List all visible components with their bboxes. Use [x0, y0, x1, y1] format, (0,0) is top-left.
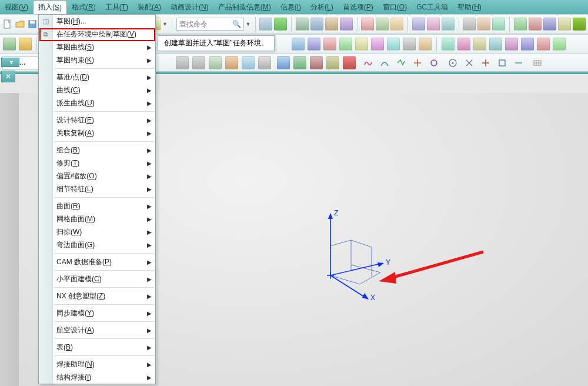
menu-装配[interactable]: 装配(A): [133, 0, 166, 14]
menu-item[interactable]: 焊接助理(N)▶: [39, 358, 155, 371]
command-search[interactable]: 🔍: [176, 18, 244, 31]
tb2-icon[interactable]: [370, 37, 385, 51]
tb2-icon[interactable]: [307, 37, 321, 51]
new-icon[interactable]: [2, 17, 13, 31]
tb-icon[interactable]: [477, 17, 490, 31]
menu-item[interactable]: 扫掠(W)▶: [39, 225, 155, 238]
tb-icon[interactable]: [376, 17, 389, 31]
menu-item[interactable]: 设计特征(E)▶: [39, 114, 155, 127]
tb3-icon[interactable]: [462, 56, 476, 70]
tb3-icon[interactable]: [241, 56, 255, 70]
tb3-icon[interactable]: [410, 56, 425, 70]
menu-item[interactable]: 偏置/缩放(O)▶: [39, 169, 155, 182]
tb3-icon[interactable]: [427, 56, 441, 70]
tb-icon[interactable]: [514, 17, 527, 31]
tb-icon[interactable]: [427, 17, 440, 31]
menu-item[interactable]: 关联复制(A)▶: [39, 127, 155, 139]
tb-icon[interactable]: [529, 17, 542, 31]
close-button[interactable]: ✕: [1, 71, 15, 82]
tb2-icon[interactable]: [386, 37, 400, 51]
tb3-icon[interactable]: [208, 56, 222, 70]
tb-icon[interactable]: [259, 17, 272, 31]
tb2-icon[interactable]: [291, 37, 305, 51]
tb3-icon[interactable]: [377, 56, 392, 70]
tb-icon[interactable]: [296, 17, 309, 31]
menu-产品制造信息[interactable]: 产品制造信息(M): [213, 0, 276, 14]
menu-item[interactable]: 同步建模(Y)▶: [39, 307, 155, 320]
tb3-icon[interactable]: [326, 56, 340, 70]
tb-icon[interactable]: [340, 17, 353, 31]
menu-item[interactable]: NX 创意塑型(Z)▶: [39, 290, 155, 302]
menu-工具[interactable]: 工具(T): [101, 0, 133, 14]
tb-icon[interactable]: [543, 17, 556, 31]
open-icon[interactable]: [15, 17, 25, 31]
menu-格式[interactable]: 格式(R): [67, 0, 101, 14]
tb3-icon[interactable]: [530, 56, 544, 70]
tb3-icon[interactable]: [342, 56, 356, 70]
tb2-icon[interactable]: [505, 37, 519, 51]
menu-窗口[interactable]: 窗口(O): [378, 0, 412, 14]
tb-icon[interactable]: [573, 17, 586, 31]
tb2-icon[interactable]: [355, 37, 369, 51]
menu-item[interactable]: 弯边曲面(G)▶: [39, 238, 155, 251]
tb2-icon[interactable]: [18, 37, 32, 51]
save-icon[interactable]: [27, 17, 38, 31]
tb-icon[interactable]: [361, 17, 374, 31]
tb3-icon[interactable]: [495, 56, 509, 70]
tb2-icon[interactable]: [457, 37, 471, 51]
menu-GC工具箱[interactable]: GC工具箱: [412, 0, 453, 14]
tb3-icon[interactable]: [512, 56, 526, 70]
tb2-icon[interactable]: [2, 37, 16, 51]
tb3-icon[interactable]: [479, 56, 493, 70]
tb2-icon[interactable]: [536, 37, 550, 51]
menu-item[interactable]: ⧉在任务环境中绘制草图(V): [39, 28, 155, 41]
menu-item[interactable]: 组合(B)▶: [39, 144, 155, 157]
tb3-icon[interactable]: [394, 56, 408, 70]
tb2-icon[interactable]: [520, 37, 534, 51]
tb2-icon[interactable]: [552, 37, 566, 51]
tb-icon[interactable]: [412, 17, 425, 31]
menu-item[interactable]: 细节特征(L)▶: [39, 182, 155, 195]
tb3-icon[interactable]: [276, 56, 290, 70]
menu-信息[interactable]: 信息(I): [276, 0, 306, 14]
menu-item[interactable]: 网格曲面(M)▶: [39, 212, 155, 225]
tb-icon[interactable]: [442, 17, 455, 31]
tb-icon[interactable]: [558, 17, 571, 31]
tb3-icon[interactable]: [258, 56, 272, 70]
tb-icon[interactable]: [274, 17, 287, 31]
tb2-icon[interactable]: [418, 37, 432, 51]
menu-item[interactable]: 结构焊接(I)▶: [39, 371, 155, 384]
tb2-icon[interactable]: [402, 37, 416, 51]
tb3-icon[interactable]: [293, 56, 307, 70]
menu-item[interactable]: 派生曲线(U)▶: [39, 96, 155, 109]
menu-动画设计[interactable]: 动画设计(N): [166, 0, 213, 14]
tb2-icon[interactable]: [473, 37, 487, 51]
menu-插入[interactable]: 插入(S): [33, 0, 67, 14]
tb2-icon[interactable]: [441, 37, 455, 51]
menu-item[interactable]: 草图曲线(S)▶: [39, 41, 155, 54]
tb-icon[interactable]: [492, 17, 505, 31]
tb2-icon[interactable]: [323, 37, 337, 51]
menu-item[interactable]: 小平面建模(C)▶: [39, 272, 155, 285]
chevron-down-icon[interactable]: ▼: [162, 17, 168, 31]
menu-item[interactable]: 曲线(C)▶: [39, 84, 155, 96]
tb-icon[interactable]: [310, 17, 323, 31]
menu-item[interactable]: CAM 数据准备(P)▶: [39, 255, 155, 268]
tb3-icon[interactable]: [361, 56, 375, 70]
tb-icon[interactable]: [325, 17, 338, 31]
tb3-icon[interactable]: [225, 56, 239, 70]
tb3-icon[interactable]: [192, 56, 206, 70]
tb3-icon[interactable]: [446, 56, 460, 70]
tb-icon[interactable]: [390, 17, 403, 31]
menu-首选项[interactable]: 首选项(P): [338, 0, 378, 14]
menu-item[interactable]: 修剪(T)▶: [39, 157, 155, 169]
menu-item[interactable]: 表(B)▶: [39, 341, 155, 354]
menu-视图[interactable]: 视图(V): [0, 0, 33, 14]
menu-item[interactable]: 航空设计(A)▶: [39, 324, 155, 337]
menu-item[interactable]: 草图约束(K)▶: [39, 54, 155, 66]
menu-帮助[interactable]: 帮助(H): [453, 0, 486, 14]
menu-item[interactable]: ◫草图(H)...: [39, 15, 155, 28]
menu-分析[interactable]: 分析(L): [306, 0, 338, 14]
tb3-icon[interactable]: [175, 56, 189, 70]
tb2-icon[interactable]: [339, 37, 353, 51]
